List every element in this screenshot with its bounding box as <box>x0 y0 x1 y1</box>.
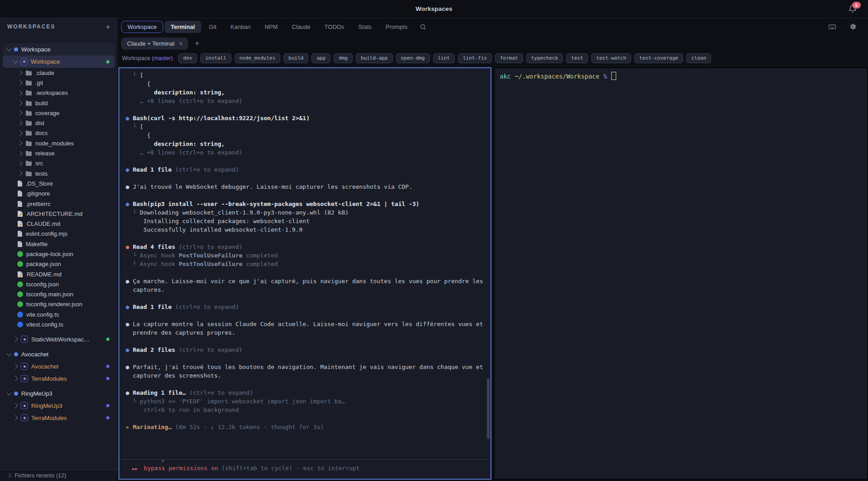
script-button-typecheck[interactable]: typecheck <box>526 53 563 63</box>
tree-item-label: CLAUDE.md <box>27 220 60 227</box>
sidebar-item-terramodules[interactable]: TerraModules <box>3 373 115 385</box>
sidebar-item-makefile[interactable]: Makefile <box>3 239 115 249</box>
search-icon[interactable] <box>420 23 426 30</box>
add-tab-button[interactable]: + <box>195 39 199 47</box>
sidebar-item-avocachet[interactable]: Avocachet <box>3 360 115 373</box>
sidebar-group-workspace[interactable]: Workspace <box>3 43 115 56</box>
sidebar-item-terramodules[interactable]: TerraModules <box>3 412 115 424</box>
sidebar-item-tsconfig.renderer.json[interactable]: tsconfig.renderer.json <box>3 299 115 309</box>
sidebar-item-.ds_store[interactable]: .DS_Store <box>3 178 115 188</box>
script-button-lint[interactable]: lint <box>433 53 455 63</box>
script-button-app[interactable]: app <box>311 53 330 63</box>
view-tab-workspace[interactable]: Workspace <box>121 21 163 33</box>
script-button-build[interactable]: build <box>283 53 308 63</box>
tree-item-label: .DS_Store <box>26 180 53 187</box>
view-tab-npm[interactable]: NPM <box>258 21 284 33</box>
sidebar-item-build[interactable]: build <box>3 98 115 108</box>
script-button-format[interactable]: format <box>495 53 523 63</box>
sidebar-item-tests[interactable]: tests <box>3 168 115 178</box>
tree-item-label: tests <box>35 170 47 177</box>
shell-pane[interactable]: akc~/.workspaces/Workspace% <box>494 67 868 480</box>
sidebar-item-node_modules[interactable]: node_modules <box>3 138 115 148</box>
view-tab-terminal[interactable]: Terminal <box>165 21 201 33</box>
keyboard-shortcuts-icon[interactable] <box>828 23 836 31</box>
tree-item-label: .workspaces <box>35 89 68 96</box>
sidebar-group-ringmeup3[interactable]: RingMeUp3 <box>3 388 115 400</box>
sidebar-item-readme.md[interactable]: README.md <box>3 269 115 279</box>
sidebar-item-coverage[interactable]: coverage <box>3 108 115 118</box>
sidebar-item-staticwebworkspac[interactable]: StaticWebWorkspac… <box>3 333 115 346</box>
file-icon <box>17 190 23 197</box>
json-file-icon <box>17 261 23 267</box>
sidebar-item-.git[interactable]: .git <box>3 78 115 88</box>
sidebar-item-.gitignore[interactable]: .gitignore <box>3 189 115 199</box>
script-button-node_modules[interactable]: node_modules <box>235 53 280 63</box>
terminal-line: └ python3 << 'PYEOF' import websocket im… <box>126 397 488 406</box>
sidebar-item-workspace[interactable]: Workspace <box>3 56 115 68</box>
view-tab-claude[interactable]: Claude <box>285 21 316 33</box>
claude-input-prompt[interactable]: > <box>126 448 488 456</box>
script-button-open-dmg[interactable]: open-dmg <box>396 53 430 63</box>
view-tab-prompts[interactable]: Prompts <box>379 21 414 33</box>
sidebar-item-ringmeup3[interactable]: RingMeUp3 <box>3 400 115 412</box>
sidebar-item-docs[interactable]: docs <box>3 128 115 138</box>
scrollbar-thumb[interactable] <box>487 378 490 439</box>
recent-files-bar[interactable]: Fichiers recents (12) <box>0 470 118 481</box>
folder-icon <box>25 130 32 136</box>
sidebar-item-.claude[interactable]: .claude <box>3 68 115 78</box>
close-tab-icon[interactable]: x <box>179 40 182 47</box>
sidebar-item-claude.md[interactable]: CLAUDE.md <box>3 219 115 229</box>
settings-gear-icon[interactable] <box>849 23 856 30</box>
add-workspace-button[interactable]: + <box>106 23 110 31</box>
script-button-dmg[interactable]: dmg <box>334 53 353 63</box>
notification-badge: 5 <box>852 2 861 9</box>
sidebar-item-tsconfig.main.json[interactable]: tsconfig.main.json <box>3 290 115 299</box>
claude-code-pane[interactable]: └ [ { description: string, … +8 lines (c… <box>118 67 491 480</box>
script-button-dev[interactable]: dev <box>178 53 197 63</box>
script-button-test[interactable]: test <box>566 53 588 63</box>
terminal-panes: └ [ { description: string, … +8 lines (c… <box>118 67 868 481</box>
sidebar-item-.prettierrc[interactable]: .prettierrc <box>3 199 115 209</box>
script-button-lint-fix[interactable]: lint-fix <box>458 53 492 63</box>
json-file-icon <box>17 291 23 297</box>
tree-item-label: StaticWebWorkspac… <box>31 336 90 343</box>
script-button-test-watch[interactable]: test-watch <box>591 53 631 63</box>
sidebar-item-architecture.md[interactable]: ARCHITECTURE.md <box>3 209 115 219</box>
tree-item-label: .prettierrc <box>26 201 51 207</box>
sidebar-item-tsconfig.json[interactable]: tsconfig.json <box>3 279 115 289</box>
chevron-right-icon <box>13 337 18 342</box>
script-buttons: devinstallnode_modulesbuildappdmgbuild-a… <box>178 53 711 63</box>
script-button-build-app[interactable]: build-app <box>356 53 393 63</box>
shell-user: akc <box>500 73 511 80</box>
view-tab-kanban[interactable]: Kanban <box>224 21 257 33</box>
terminal-line: ● J'ai trouvé le WebSocket debugger. Lai… <box>126 182 488 191</box>
view-tab-git[interactable]: Git <box>203 21 223 33</box>
sidebar-item-vitest.config.ts[interactable]: vitest.config.ts <box>3 319 115 329</box>
workspace-group-icon <box>14 352 18 356</box>
sidebar-item-dist[interactable]: dist <box>3 118 115 128</box>
chevron-right-icon <box>17 171 22 176</box>
terminal-line: └ [ <box>126 71 488 79</box>
sidebar-item-src[interactable]: src <box>3 159 115 168</box>
terminal-line: ● Ça marche. Laisse-moi voir ce que j'ai… <box>126 277 488 285</box>
script-button-test-coverage[interactable]: test-coverage <box>634 53 683 63</box>
tree-item-label: docs <box>35 130 47 136</box>
script-button-install[interactable]: install <box>200 53 231 63</box>
tree-item-label: README.md <box>27 271 61 278</box>
view-tab-todos[interactable]: TODOs <box>318 21 351 33</box>
sidebar-item-vite.config.ts[interactable]: vite.config.ts <box>3 309 115 319</box>
tree-item-label: vite.config.ts <box>26 311 59 318</box>
session-tab-claude-terminal[interactable]: Claude + Terminal x <box>121 37 188 50</box>
sidebar-item-.workspaces[interactable]: .workspaces <box>3 88 115 98</box>
terminal-line <box>126 294 488 303</box>
sidebar-item-release[interactable]: release <box>3 148 115 158</box>
sidebar-group-avocachet[interactable]: Avocachet <box>3 348 115 360</box>
sidebar-item-package-lock.json[interactable]: package-lock.json <box>3 249 115 259</box>
sidebar-item-eslint.config.mjs[interactable]: eslint.config.mjs <box>3 229 115 239</box>
sidebar-item-package.json[interactable]: package.json <box>3 259 115 269</box>
view-tab-stats[interactable]: Stats <box>352 21 378 33</box>
tree-item-label: build <box>35 100 47 107</box>
notifications-button[interactable]: 5 <box>848 4 858 15</box>
json-file-icon <box>17 251 23 257</box>
script-button-clean[interactable]: clean <box>686 53 711 63</box>
